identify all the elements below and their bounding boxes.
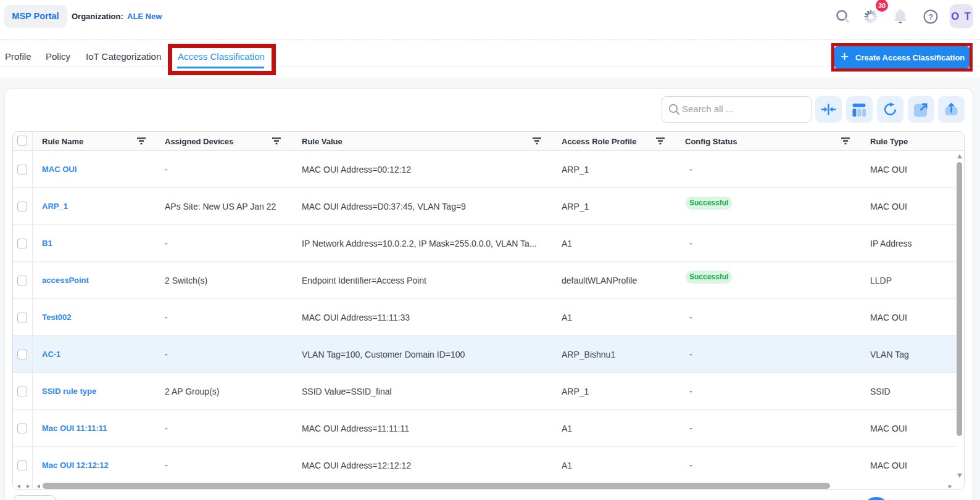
svg-text:?: ? (928, 12, 933, 22)
